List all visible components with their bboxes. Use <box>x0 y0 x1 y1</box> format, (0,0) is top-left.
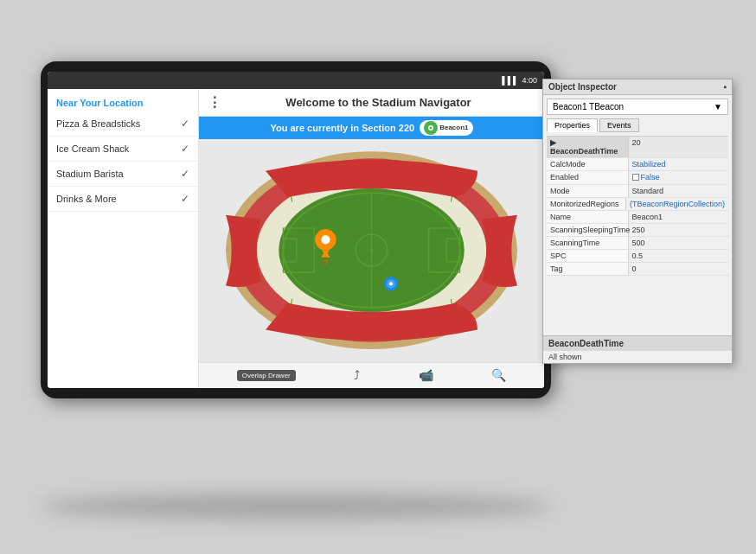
main-area: ⋮ Welcome to the Stadium Navigator You a… <box>199 89 544 388</box>
row-val: False <box>629 171 729 184</box>
check-icon-icecream: ✓ <box>181 143 189 155</box>
bottom-bar: Overlap Drawer ⤴ 📹 🔍 <box>199 362 544 388</box>
time-display: 4:00 <box>522 76 537 85</box>
inspector-title-bar: Object Inspector ▪ <box>543 80 732 95</box>
row-val: 500 <box>629 237 729 249</box>
row-key: Enabled <box>547 171 629 184</box>
beacon-badge: Beacon1 <box>420 120 472 136</box>
inspector-tabs: Properties Events <box>543 115 732 132</box>
inspector-dropdown[interactable]: Beacon1 TBeacon ▼ <box>547 99 728 115</box>
camera-icon[interactable]: 📹 <box>419 368 433 382</box>
dropdown-arrow-icon: ▼ <box>714 102 722 111</box>
sidebar-item-label: Stadium Barista <box>56 169 124 179</box>
check-icon-barista: ✓ <box>181 168 189 180</box>
stadium-map <box>199 139 544 362</box>
table-row[interactable]: Enabled False <box>547 171 728 185</box>
table-row[interactable]: Mode Standard <box>547 185 728 198</box>
row-key: SPC <box>547 250 629 262</box>
search-icon[interactable]: 🔍 <box>491 368 506 382</box>
tablet-device: ▌▌▌ 4:00 Near Your Location Pizza & Brea… <box>41 61 551 398</box>
row-key: ScanningSleepingTime <box>547 224 629 236</box>
app-content: Near Your Location Pizza & Breadsticks ✓… <box>48 89 544 388</box>
inspector-header-row: ▶ BeaconDeathTime 20 <box>547 136 728 158</box>
svg-point-19 <box>389 282 393 285</box>
row-key: ScanningTime <box>547 237 629 249</box>
check-icon-pizza: ✓ <box>181 118 189 130</box>
tab-events[interactable]: Events <box>599 118 639 132</box>
row-key: CalcMode <box>547 158 629 170</box>
beacon-icon <box>424 121 438 135</box>
row-val: 0 <box>629 263 729 275</box>
table-row[interactable]: Tag 0 <box>547 263 728 276</box>
table-row[interactable]: ScanningTime 500 <box>547 237 728 250</box>
table-row[interactable]: CalcMode Stabilized <box>547 158 728 171</box>
row-val: Stabilized <box>629 158 729 170</box>
row-val: Standard <box>629 185 729 197</box>
table-row[interactable]: Name Beacon1 <box>547 211 728 224</box>
object-inspector-panel: Object Inspector ▪ Beacon1 TBeacon ▼ Pro… <box>542 79 733 364</box>
col-val: 20 <box>629 137 729 157</box>
sidebar-item-label: Drinks & More <box>56 194 117 204</box>
row-val: (TBeaconRegionCollection) <box>626 198 728 210</box>
col-key: ▶ BeaconDeathTime <box>547 137 629 157</box>
inspector-title: Object Inspector <box>548 82 617 92</box>
sidebar-item-drinks[interactable]: Drinks & More ✓ <box>48 187 198 212</box>
svg-point-16 <box>323 259 328 264</box>
share-icon[interactable]: ⤴ <box>354 368 360 382</box>
table-row[interactable]: ScanningSleepingTime 250 <box>547 224 728 237</box>
app-header-title: Welcome to the Stadium Navigator <box>221 96 535 109</box>
svg-point-15 <box>321 235 330 244</box>
svg-point-1 <box>430 126 432 129</box>
row-key: MonitorizedRegions <box>547 198 626 210</box>
tablet-screen: ▌▌▌ 4:00 Near Your Location Pizza & Brea… <box>48 72 544 388</box>
inspector-footer-label: BeaconDeathTime <box>543 335 732 351</box>
scene: ▌▌▌ 4:00 Near Your Location Pizza & Brea… <box>23 53 733 502</box>
beacon-label: Beacon1 <box>439 124 468 131</box>
sidebar-item-icecream[interactable]: Ice Cream Shack ✓ <box>48 137 198 162</box>
checkbox-false: False <box>632 173 660 181</box>
signal-icon: ▌▌▌ <box>502 76 518 85</box>
status-bar: ▌▌▌ 4:00 <box>48 72 544 89</box>
table-row[interactable]: SPC 0.5 <box>547 250 728 263</box>
check-icon-drinks: ✓ <box>181 193 189 205</box>
checkbox-icon <box>632 174 639 181</box>
sidebar-item-label: Ice Cream Shack <box>56 143 129 154</box>
row-val: Beacon1 <box>629 211 729 223</box>
section-text: You are currently in Section 220 <box>270 123 414 133</box>
sidebar-item-pizza[interactable]: Pizza & Breadsticks ✓ <box>48 111 198 137</box>
inspector-footer-value: All shown <box>543 351 732 363</box>
sidebar-item-barista[interactable]: Stadium Barista ✓ <box>48 162 198 187</box>
inspector-close-icon[interactable]: ▪ <box>723 82 727 92</box>
sidebar: Near Your Location Pizza & Breadsticks ✓… <box>48 89 199 388</box>
row-key: Tag <box>547 263 629 275</box>
row-val: 250 <box>629 224 729 236</box>
row-key: Mode <box>547 185 629 197</box>
row-key: Name <box>547 211 629 223</box>
row-val: 0.5 <box>629 250 729 262</box>
section-banner: You are currently in Section 220 Beacon1 <box>199 117 544 139</box>
inspector-table: ▶ BeaconDeathTime 20 CalcMode Stabilized… <box>547 136 728 332</box>
inspector-object-label: Beacon1 TBeacon <box>553 102 624 111</box>
sidebar-item-label: Pizza & Breadsticks <box>56 118 140 129</box>
tablet-shadow <box>41 494 551 519</box>
tab-properties[interactable]: Properties <box>547 118 598 132</box>
menu-dots-icon[interactable]: ⋮ <box>208 94 221 111</box>
sidebar-title: Near Your Location <box>48 92 198 111</box>
app-header: ⋮ Welcome to the Stadium Navigator <box>199 89 544 117</box>
overlap-drawer-button[interactable]: Overlap Drawer <box>237 370 296 381</box>
table-row[interactable]: MonitorizedRegions (TBeaconRegionCollect… <box>547 198 728 211</box>
